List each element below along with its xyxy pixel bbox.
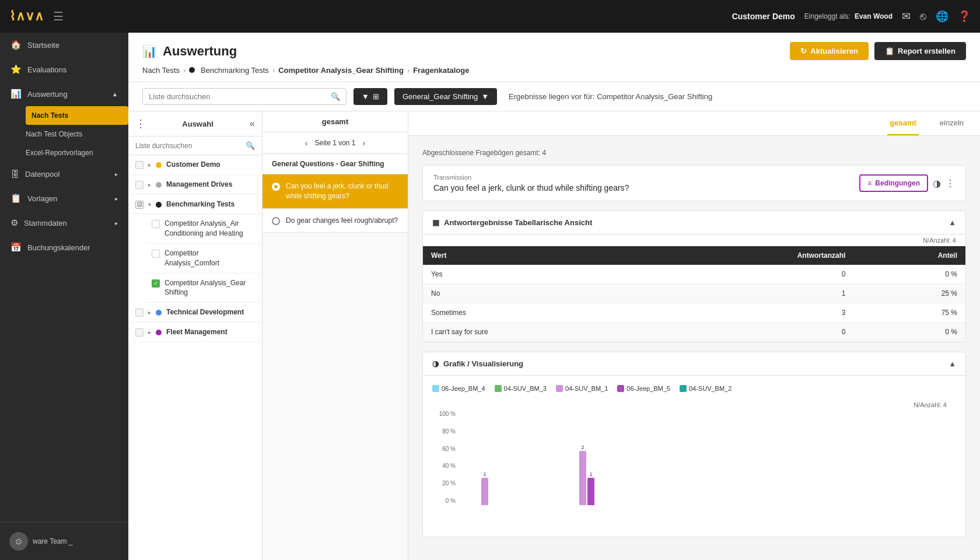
right-panel-content: Abgeschlossene Fragebögen gesamt: 4 Tran…	[408, 136, 980, 560]
checkbox-competitor-air[interactable]	[152, 220, 160, 228]
sidebar-item-stammdaten[interactable]: ⚙ Stammdaten ▸	[0, 211, 128, 235]
main-header-top: 📊 Auswertung ↻ Aktualisieren 📋 Report er…	[142, 42, 966, 60]
breadcrumb-competitor[interactable]: Competitor Analysis_Gear Shifting	[278, 66, 404, 75]
legend-item: 04-SUV_BM_2	[680, 385, 732, 392]
sidebar: 🏠 Startseite ⭐ Evaluations 📊 Auswertung …	[0, 33, 128, 560]
bar-group: 1	[465, 471, 505, 509]
checkbox-technical-development[interactable]	[135, 309, 144, 317]
tree-item-competitor-comfort[interactable]: Competitor Analysis_Comfort	[145, 244, 262, 274]
bar-group	[612, 505, 652, 509]
tab-einzeln[interactable]: einzeln	[937, 111, 966, 135]
results-box-title: ▦ Antwortergebnisse Tabellarische Ansich…	[432, 218, 592, 227]
chart-bar	[587, 478, 594, 505]
sidebar-toggle-icon[interactable]: ☰	[53, 9, 64, 23]
checkbox-competitor-gear[interactable]: ✓	[152, 279, 160, 288]
arrow-management-drives: ▸	[148, 181, 151, 188]
filter-button[interactable]: ▼ ⊞	[354, 88, 387, 105]
legend-color	[556, 385, 563, 392]
col-anteil: Anteil	[853, 246, 965, 265]
label-fleet-management: Fleet Management	[166, 327, 255, 337]
main-header: 📊 Auswertung ↻ Aktualisieren 📋 Report er…	[128, 33, 980, 82]
checkbox-benchmarking-tests[interactable]: ☑	[135, 201, 144, 209]
left-panel-title: Auswahl	[150, 120, 245, 128]
checkbox-fleet-management[interactable]	[135, 328, 144, 337]
logout-icon[interactable]: ⎋	[920, 10, 926, 23]
topnav: ⌇∧∨∧ ☰ Customer Demo Eingeloggt als: Eva…	[0, 0, 980, 33]
sidebar-item-startseite[interactable]: 🏠 Startseite	[0, 33, 128, 57]
dot-benchmarking-tests	[156, 202, 162, 208]
globe-icon[interactable]: 🌐	[936, 10, 949, 23]
sidebar-item-vorlagen[interactable]: 📋 Vorlagen ▸	[0, 186, 128, 211]
dot-management-drives	[156, 182, 162, 188]
sidebar-item-auswertung[interactable]: 📊 Auswertung ▲	[0, 82, 128, 106]
question-header-box: Transmission Can you feel a jerk, clunk …	[422, 165, 966, 201]
layout: 🏠 Startseite ⭐ Evaluations 📊 Auswertung …	[0, 33, 980, 560]
customer-demo-label: Customer Demo	[732, 12, 795, 21]
pie-chart-icon[interactable]: ◑	[933, 178, 941, 189]
left-panel-menu-icon[interactable]: ⋮	[135, 117, 146, 130]
tree-item-competitor-air[interactable]: Competitor Analysis_Air Conditioning and…	[145, 214, 262, 244]
sidebar-sub-auswertung: Nach Tests Nach Test Objects Excel-Repor…	[0, 106, 128, 162]
tree-item-fleet-management[interactable]: ▸ Fleet Management	[128, 323, 262, 342]
label-competitor-comfort: Competitor Analysis_Comfort	[164, 249, 255, 268]
tree-item-technical-development[interactable]: ▸ Technical Development	[128, 303, 262, 323]
breadcrumb-benchmarking: Benchmarking Tests	[189, 66, 268, 75]
chart-icon: 📊	[10, 89, 22, 99]
question-header-left: Transmission Can you feel a jerk, clunk …	[433, 174, 629, 192]
tree-item-competitor-gear[interactable]: ✓ Competitor Analysis_Gear Shifting	[145, 274, 262, 303]
prev-page-button[interactable]: ‹	[305, 138, 308, 148]
help-icon[interactable]: ❓	[958, 10, 971, 23]
left-panel-collapse-icon[interactable]: «	[250, 118, 255, 129]
breadcrumb-nach-tests[interactable]: Nach Tests	[142, 66, 180, 75]
dropdown-selector[interactable]: General_Gear Shifting ▼	[394, 88, 497, 105]
tree-item-benchmarking-tests[interactable]: ☑ ▾ Benchmarking Tests	[128, 195, 262, 215]
breadcrumb: Nach Tests › Benchmarking Tests › Compet…	[142, 66, 966, 75]
search-box[interactable]: 🔍	[142, 88, 346, 105]
next-page-button[interactable]: ›	[363, 138, 366, 148]
chart-box-title: ◑ Grafik / Visualisierung	[432, 359, 523, 368]
chart-collapse-icon[interactable]: ▲	[949, 359, 956, 368]
legend-label: 04-SUV_BM_3	[504, 385, 547, 392]
legend-label: 04-SUV_BM_1	[565, 385, 608, 392]
breadcrumb-sep2: ›	[272, 66, 275, 75]
chart-bar	[579, 451, 586, 505]
tree-item-management-drives[interactable]: ▸ Management Drives	[128, 175, 262, 195]
report-button[interactable]: 📋 Report erstellen	[874, 42, 966, 60]
mail-icon[interactable]: ✉	[902, 10, 911, 23]
tab-gesamt[interactable]: gesamt	[887, 111, 919, 135]
sidebar-item-evaluations[interactable]: ⭐ Evaluations	[0, 57, 128, 82]
tree-item-customer-demo[interactable]: ▸ Customer Demo	[128, 155, 262, 175]
label-technical-development: Technical Development	[166, 307, 255, 317]
checkbox-management-drives[interactable]	[135, 181, 144, 189]
sidebar-item-buchungskalender[interactable]: 📅 Buchungskalender	[0, 235, 128, 260]
arrow-technical-development: ▸	[148, 309, 151, 316]
table-icon: ▦	[432, 218, 439, 227]
sidebar-item-datenpool[interactable]: 🗄 Datenpool ▸	[0, 162, 128, 186]
more-options-icon[interactable]: ⋮	[946, 178, 955, 189]
question-item-2[interactable]: Do gear changes feel rough/abrupt?	[262, 209, 408, 233]
question-item-1[interactable]: Can you feel a jerk, clunk or thud while…	[262, 174, 408, 209]
chart-content: 06-Jeep_BM_404-SUV_BM_304-SUV_BM_106-Jee…	[423, 376, 965, 537]
search-input[interactable]	[149, 92, 327, 101]
refresh-button[interactable]: ↻ Aktualisieren	[790, 42, 869, 60]
legend-color	[432, 385, 439, 392]
bedingungen-button[interactable]: ≡ Bedingungen	[859, 174, 928, 192]
legend-item: 06-Jeep_BM_4	[432, 385, 485, 392]
filter-icon: ▼	[362, 92, 369, 101]
sidebar-item-nach-test-objects[interactable]: Nach Test Objects	[26, 125, 128, 144]
question-main-text: Can you feel a jerk, clunk or thud while…	[433, 183, 629, 192]
logged-in-label: Eingeloggt als: Evan Wood	[804, 12, 892, 20]
header-actions: ↻ Aktualisieren 📋 Report erstellen	[790, 42, 966, 60]
sidebar-item-nach-tests[interactable]: Nach Tests	[26, 106, 128, 125]
col-anzahl: Antwortanzahl	[652, 246, 854, 265]
checkbox-competitor-comfort[interactable]	[152, 250, 160, 258]
logo: ⌇∧∨∧	[9, 9, 44, 24]
checkbox-customer-demo[interactable]	[135, 161, 144, 169]
sidebar-item-excel-reportvorlagen[interactable]: Excel-Reportvorlagen	[26, 144, 128, 162]
question-text-2: Do gear changes feel rough/abrupt?	[286, 216, 398, 226]
table-row: I can't say for sure00 %	[423, 323, 965, 342]
left-panel-search-input[interactable]	[135, 142, 242, 150]
results-collapse-icon[interactable]: ▲	[949, 218, 956, 227]
main: 📊 Auswertung ↻ Aktualisieren 📋 Report er…	[128, 33, 980, 560]
table-row: Yes00 %	[423, 265, 965, 284]
